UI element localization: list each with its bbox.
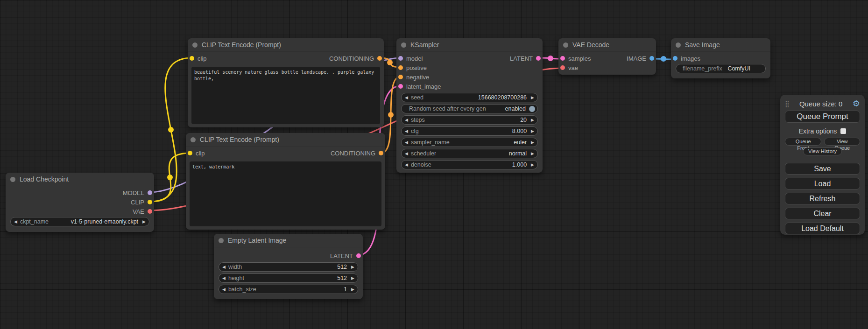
output-port-image[interactable] <box>649 56 654 61</box>
output-label: CONDITIONING <box>331 150 375 157</box>
input-port-positive[interactable] <box>398 65 403 70</box>
increment-arrow-icon[interactable] <box>531 96 534 100</box>
widget-cfg[interactable]: cfg 8.000 <box>401 126 538 136</box>
node-title: CLIP Text Encode (Prompt) <box>202 41 281 49</box>
decrement-arrow-icon[interactable] <box>405 163 408 167</box>
view-queue-button[interactable]: View Queue <box>824 138 860 146</box>
output-port-conditioning[interactable] <box>377 56 382 61</box>
increment-arrow-icon[interactable] <box>351 265 354 269</box>
output-label: IMAGE <box>627 55 646 62</box>
collapse-dot[interactable] <box>219 238 224 243</box>
node-titlebar[interactable]: KSampler <box>396 38 543 52</box>
input-port-model[interactable] <box>398 56 403 61</box>
increment-arrow-icon[interactable] <box>531 152 534 156</box>
input-label: images <box>681 55 700 62</box>
decrement-arrow-icon[interactable] <box>222 287 226 292</box>
decrement-arrow-icon[interactable] <box>405 152 408 156</box>
collapse-dot[interactable] <box>401 42 406 48</box>
increment-arrow-icon[interactable] <box>142 220 146 224</box>
node-titlebar[interactable]: Empty Latent Image <box>214 234 363 247</box>
node-title: VAE Decode <box>572 41 609 49</box>
wire-midpoint-dot <box>168 127 174 133</box>
toggle-circle[interactable] <box>529 106 535 112</box>
node-clip-text-encode-negative[interactable]: CLIP Text Encode (Prompt) clip CONDITION… <box>186 133 385 230</box>
input-port-vae[interactable] <box>560 65 565 70</box>
decrement-arrow-icon[interactable] <box>405 96 408 100</box>
widget-batch-size[interactable]: batch_size 1 <box>219 285 358 294</box>
drag-handle-icon[interactable]: ⣿ <box>785 100 790 107</box>
save-button[interactable]: Save <box>785 163 860 175</box>
node-titlebar[interactable]: VAE Decode <box>558 38 656 52</box>
widget-height[interactable]: height 512 <box>219 273 358 283</box>
collapse-dot[interactable] <box>191 137 196 142</box>
input-port-negative[interactable] <box>398 75 403 79</box>
clear-button[interactable]: Clear <box>785 208 860 219</box>
output-port-clip[interactable] <box>148 200 152 204</box>
collapse-dot[interactable] <box>192 42 198 48</box>
widget-scheduler[interactable]: scheduler normal <box>401 149 538 158</box>
widget-steps[interactable]: steps 20 <box>401 115 538 125</box>
increment-arrow-icon[interactable] <box>531 140 534 145</box>
node-canvas[interactable]: CLIP Text Encode (Prompt) clip CONDITION… <box>0 0 868 329</box>
input-port-latent-image[interactable] <box>398 84 403 89</box>
decrement-arrow-icon[interactable] <box>14 220 17 224</box>
input-port-clip[interactable] <box>190 56 194 61</box>
collapse-dot[interactable] <box>676 42 681 48</box>
node-save-image[interactable]: Save Image images filename_prefix ComfyU… <box>671 38 770 78</box>
node-load-checkpoint[interactable]: Load Checkpoint MODEL CLIP VAE ckpt_name… <box>6 173 154 232</box>
output-port-latent[interactable] <box>356 253 361 258</box>
prompt-textarea[interactable]: text, watermark <box>190 161 381 226</box>
output-port-vae[interactable] <box>148 209 152 214</box>
load-default-button[interactable]: Load Default <box>785 223 860 234</box>
decrement-arrow-icon[interactable] <box>405 140 408 145</box>
output-port-conditioning[interactable] <box>379 151 383 155</box>
queue-front-button[interactable]: Queue Front <box>785 138 821 146</box>
settings-gear-icon[interactable]: ⚙ <box>853 99 860 108</box>
refresh-button[interactable]: Refresh <box>785 193 860 204</box>
node-empty-latent-image[interactable]: Empty Latent Image LATENT width 512 heig… <box>214 234 363 299</box>
decrement-arrow-icon[interactable] <box>405 129 408 133</box>
decrement-arrow-icon[interactable] <box>405 118 408 122</box>
prompt-textarea[interactable]: beautiful scenery nature glass bottle la… <box>191 67 380 124</box>
input-port-samples[interactable] <box>560 56 565 61</box>
widget-ckpt-name[interactable]: ckpt_name v1-5-pruned-emaonly.ckpt <box>10 217 149 226</box>
decrement-arrow-icon[interactable] <box>222 265 226 269</box>
wire-midpoint-dot <box>167 175 173 180</box>
widget-value: v1-5-pruned-emaonly.ckpt <box>71 218 138 225</box>
collapse-dot[interactable] <box>10 177 15 182</box>
increment-arrow-icon[interactable] <box>351 276 354 280</box>
widget-filename-prefix[interactable]: filename_prefix ComfyUI <box>676 64 766 73</box>
wire-midpoint-dot <box>661 56 666 62</box>
increment-arrow-icon[interactable] <box>351 287 354 292</box>
node-ksampler[interactable]: KSampler model LATENT positive negative <box>396 38 543 173</box>
node-vae-decode[interactable]: VAE Decode samples IMAGE vae <box>558 38 656 75</box>
widget-sampler-name[interactable]: sampler_name euler <box>401 138 538 147</box>
output-port-model[interactable] <box>148 190 152 195</box>
node-clip-text-encode-positive[interactable]: CLIP Text Encode (Prompt) clip CONDITION… <box>188 38 384 127</box>
widget-denoise[interactable]: denoise 1.000 <box>401 160 538 169</box>
increment-arrow-icon[interactable] <box>531 163 534 167</box>
collapse-dot[interactable] <box>563 42 568 48</box>
extra-options-checkbox[interactable] <box>840 128 846 134</box>
input-label: clip <box>196 150 205 157</box>
queue-prompt-button[interactable]: Queue Prompt <box>785 111 860 123</box>
output-port-latent[interactable] <box>536 56 541 61</box>
node-title: Empty Latent Image <box>228 237 286 244</box>
queue-panel: ⣿ Queue size: 0 ⚙ Queue Prompt Extra opt… <box>780 95 865 235</box>
node-titlebar[interactable]: CLIP Text Encode (Prompt) <box>188 38 384 52</box>
input-port-clip[interactable] <box>188 151 192 155</box>
node-titlebar[interactable]: Load Checkpoint <box>6 173 154 186</box>
node-titlebar[interactable]: Save Image <box>671 38 770 52</box>
increment-arrow-icon[interactable] <box>531 118 534 122</box>
input-label: model <box>406 55 423 62</box>
input-label: latent_image <box>406 83 441 90</box>
widget-seed[interactable]: seed 156680208700286 <box>401 93 538 102</box>
input-port-images[interactable] <box>673 56 677 61</box>
widget-random-seed-toggle[interactable]: Random seed after every gen enabled <box>401 104 538 113</box>
increment-arrow-icon[interactable] <box>531 129 534 133</box>
widget-width[interactable]: width 512 <box>219 262 358 272</box>
decrement-arrow-icon[interactable] <box>222 276 226 280</box>
node-titlebar[interactable]: CLIP Text Encode (Prompt) <box>186 133 385 147</box>
view-history-button[interactable]: View History <box>803 147 842 155</box>
load-button[interactable]: Load <box>785 178 860 189</box>
